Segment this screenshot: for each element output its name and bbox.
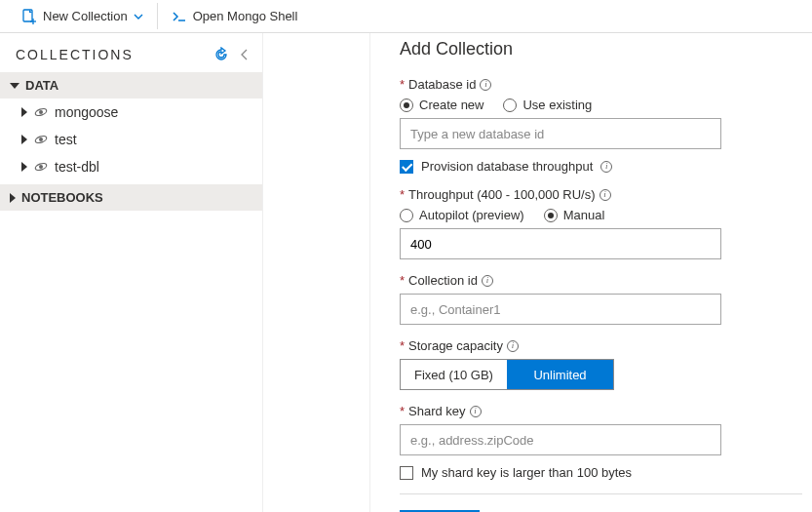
storage-unlimited-option[interactable]: Unlimited [507, 360, 613, 389]
panel-title: Add Collection [400, 39, 802, 59]
tree-item-label: mongoose [55, 104, 118, 120]
db-create-new-radio[interactable]: Create new [400, 98, 483, 112]
chevron-down-icon [134, 12, 143, 21]
required-asterisk: * [400, 77, 405, 92]
info-icon[interactable] [480, 79, 491, 91]
sidebar-section-data[interactable]: DATA [0, 72, 262, 98]
svg-point-5 [39, 110, 43, 114]
required-asterisk: * [400, 187, 405, 202]
tree-item-mongoose[interactable]: mongoose [0, 98, 262, 126]
svg-point-7 [39, 138, 43, 141]
shard-key-label: Shard key [408, 404, 466, 418]
info-icon[interactable] [470, 406, 482, 417]
info-icon[interactable] [482, 275, 493, 287]
caret-right-icon [10, 193, 16, 203]
database-id-label: Database id [408, 77, 476, 92]
terminal-icon [172, 9, 187, 24]
toolbar-separator [157, 3, 158, 29]
storage-fixed-option[interactable]: Fixed (10 GB) [401, 360, 507, 389]
shard-key-input[interactable] [400, 424, 721, 455]
sidebar-section-notebooks[interactable]: NOTEBOOKS [0, 184, 262, 211]
database-icon [33, 132, 49, 147]
caret-right-icon [21, 162, 27, 172]
sidebar: COLLECTIONS DATA mongoose test [0, 33, 263, 512]
tree-item-test[interactable]: test [0, 126, 262, 153]
database-icon [33, 159, 49, 175]
shard-large-checkbox[interactable] [400, 466, 413, 480]
provision-label: Provision database throughput [421, 159, 593, 174]
top-toolbar: New Collection Open Mongo Shell [0, 0, 812, 33]
info-icon[interactable] [507, 340, 519, 352]
info-icon[interactable] [600, 161, 612, 173]
collapse-icon[interactable] [237, 47, 252, 62]
info-icon[interactable] [599, 189, 611, 201]
storage-label: Storage capacity [408, 338, 503, 353]
open-shell-button[interactable]: Open Mongo Shell [160, 0, 310, 32]
tree-item-test-dbl[interactable]: test-dbl [0, 153, 262, 180]
required-asterisk: * [400, 338, 405, 353]
autopilot-label: Autopilot (preview) [419, 208, 524, 222]
refresh-icon[interactable] [213, 47, 229, 62]
radio-icon [503, 98, 517, 112]
caret-down-icon [10, 83, 19, 89]
storage-segmented-control: Fixed (10 GB) Unlimited [400, 359, 614, 390]
db-create-label: Create new [419, 98, 483, 112]
manual-radio[interactable]: Manual [544, 208, 605, 222]
caret-right-icon [21, 135, 27, 144]
provision-checkbox[interactable] [400, 160, 413, 174]
middle-gutter [263, 33, 370, 512]
db-existing-label: Use existing [522, 98, 592, 112]
panel-divider [400, 493, 802, 494]
shard-large-label: My shard key is larger than 100 bytes [421, 465, 632, 480]
svg-point-9 [39, 165, 43, 169]
new-collection-icon [21, 9, 37, 24]
new-collection-button[interactable]: New Collection [10, 0, 155, 32]
open-shell-label: Open Mongo Shell [193, 9, 298, 23]
radio-icon [400, 209, 413, 222]
collection-id-label: Collection id [408, 273, 478, 288]
database-icon [33, 104, 49, 120]
collection-id-input[interactable] [400, 294, 721, 325]
tree-item-label: test [55, 132, 77, 147]
sidebar-title: COLLECTIONS [16, 47, 206, 62]
throughput-label: Throughput (400 - 100,000 RU/s) [408, 187, 596, 202]
autopilot-radio[interactable]: Autopilot (preview) [400, 208, 524, 222]
required-asterisk: * [400, 404, 405, 418]
manual-label: Manual [563, 208, 605, 222]
section-data-label: DATA [25, 78, 58, 93]
new-collection-label: New Collection [43, 9, 128, 23]
required-asterisk: * [400, 273, 405, 288]
db-use-existing-radio[interactable]: Use existing [503, 98, 592, 112]
radio-icon-checked [544, 209, 558, 222]
throughput-input[interactable] [400, 228, 721, 259]
add-collection-panel: Add Collection * Database id Create new … [370, 33, 812, 512]
section-notebooks-label: NOTEBOOKS [21, 190, 103, 205]
caret-right-icon [21, 107, 27, 117]
database-id-input[interactable] [400, 118, 721, 149]
tree-item-label: test-dbl [55, 159, 99, 175]
radio-icon-checked [400, 98, 413, 112]
